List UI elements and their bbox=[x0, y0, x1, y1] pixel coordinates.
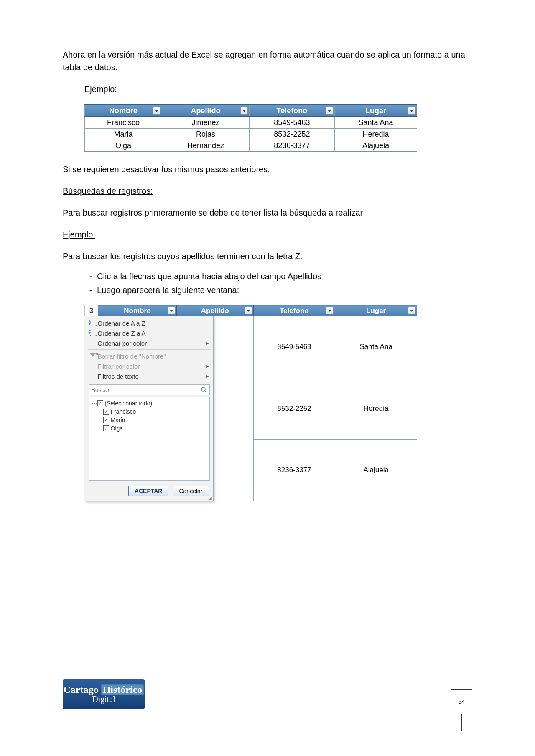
col-lugar-label: Lugar bbox=[366, 307, 386, 315]
cell: Heredia bbox=[335, 378, 417, 440]
col-nombre-label: Nombre bbox=[124, 307, 150, 315]
cell: 8236-3377 bbox=[249, 140, 334, 152]
cell: Rojas bbox=[162, 128, 250, 140]
col-nombre-header[interactable]: Nombre bbox=[85, 105, 162, 117]
dropdown-icon[interactable] bbox=[326, 307, 334, 314]
filter-search-input[interactable] bbox=[89, 384, 210, 395]
page-number: 54 bbox=[458, 698, 465, 705]
dropdown-icon[interactable] bbox=[408, 307, 415, 314]
cell: 8532-2252 bbox=[249, 128, 334, 140]
logo-word-historico: Histórico bbox=[101, 684, 144, 695]
cell: 8549-5463 bbox=[253, 316, 335, 378]
cell: 8236-3377 bbox=[253, 440, 335, 501]
data-table-1: Nombre Apellido Telefono Lugar bbox=[84, 104, 417, 152]
dash-bullet: - bbox=[84, 272, 97, 281]
sort-za-icon: ZA↓ bbox=[89, 330, 98, 337]
col-apellido-label: Apellido bbox=[201, 307, 229, 315]
ok-button[interactable]: ACEPTAR bbox=[128, 486, 169, 496]
heading-busquedas: Búsquedas de registros: bbox=[63, 185, 472, 197]
checkbox-item[interactable] bbox=[103, 425, 109, 431]
resize-grip-icon[interactable]: ◢ bbox=[208, 496, 212, 500]
sort-by-color-label: Ordenar por color bbox=[98, 340, 147, 347]
dropdown-icon[interactable] bbox=[326, 107, 333, 115]
paragraph-deactivate: Si se requieren desactivar los mismos pa… bbox=[63, 163, 472, 176]
sort-ascending[interactable]: AZ↓ Ordenar de A a Z bbox=[85, 318, 213, 328]
intro-paragraph: Ahora en la versión más actual de Excel … bbox=[63, 48, 472, 74]
cell: Hernandez bbox=[162, 140, 250, 152]
dropdown-icon[interactable] bbox=[240, 107, 248, 115]
search-icon bbox=[201, 387, 207, 393]
row-number[interactable]: 3 bbox=[85, 305, 98, 316]
text-filters[interactable]: Filtros de texto bbox=[85, 371, 213, 381]
col-lugar-label: Lugar bbox=[365, 107, 386, 115]
dropdown-icon[interactable] bbox=[408, 107, 415, 115]
col-telefono-header[interactable]: Telefono bbox=[253, 305, 335, 316]
table-row: Francisco Jimenez 8549-5463 Santa Ana bbox=[85, 117, 417, 128]
col-apellido-label: Apellido bbox=[191, 107, 221, 115]
cell: Heredia bbox=[334, 128, 417, 140]
dropdown-icon[interactable] bbox=[245, 307, 252, 314]
step-1: Clic a la flechas que apunta hacia abajo… bbox=[97, 272, 321, 281]
example2-label: Ejemplo: bbox=[63, 228, 472, 241]
cell: Maria bbox=[85, 128, 162, 140]
cell: 8549-5463 bbox=[249, 117, 334, 128]
col-apellido-header[interactable]: Apellido bbox=[177, 305, 253, 316]
table-row: Maria Rojas 8532-2252 Heredia bbox=[85, 128, 417, 140]
logo-word-cartago: Cartago bbox=[64, 684, 99, 695]
col-lugar-header[interactable]: Lugar bbox=[335, 305, 417, 316]
sort-descending[interactable]: ZA↓ Ordenar de Z a A bbox=[85, 328, 213, 338]
steps-list: - Clic a la flechas que apunta hacia aba… bbox=[84, 272, 472, 295]
cancel-button[interactable]: Cancelar bbox=[173, 486, 209, 496]
cell: Alajuela bbox=[335, 440, 417, 501]
col-telefono-label: Telefono bbox=[280, 307, 309, 315]
check-item-label: Francisco bbox=[111, 408, 136, 415]
check-item-label: Maria bbox=[111, 417, 125, 423]
footer-logo: Cartago Histórico Digital bbox=[63, 679, 145, 709]
step-2: Luego aparecerá la siguiente ventana: bbox=[97, 285, 239, 295]
paragraph-search-z: Para buscar los registros cuyos apellido… bbox=[63, 250, 472, 262]
text-filters-label: Filtros de texto bbox=[98, 373, 139, 380]
sort-by-color[interactable]: Ordenar por color bbox=[85, 338, 213, 348]
filter-by-color: Filtrar por color bbox=[85, 361, 213, 371]
logo-word-digital: Digital bbox=[92, 695, 115, 704]
sort-descending-label: Ordenar de Z a A bbox=[98, 330, 146, 337]
clear-filter: Borrar filtro de "Nombre" bbox=[85, 351, 213, 361]
col-nombre-label: Nombre bbox=[109, 107, 138, 115]
cell: Santa Ana bbox=[335, 316, 417, 378]
paragraph-search: Para buscar registros primeramente se de… bbox=[63, 206, 472, 219]
tree-line-icon: · bbox=[97, 425, 102, 432]
cell: Santa Ana bbox=[334, 117, 417, 128]
page-number-tail bbox=[461, 714, 462, 731]
col-nombre-header[interactable]: Nombre bbox=[98, 305, 176, 316]
cell: 8532-2252 bbox=[253, 378, 335, 440]
checkbox-item[interactable] bbox=[103, 417, 109, 423]
cell: Olga bbox=[85, 140, 162, 152]
data-table-2: 3 Nombre Apellido Telefono Lugar bbox=[84, 305, 417, 501]
tree-line-icon: · bbox=[97, 408, 102, 415]
cell: Alajuela bbox=[334, 140, 417, 152]
col-lugar-header[interactable]: Lugar bbox=[334, 105, 417, 117]
filter-screenshot: 3 Nombre Apellido Telefono Lugar bbox=[84, 305, 472, 501]
checkbox-all[interactable] bbox=[97, 400, 103, 406]
tree-line-icon: · bbox=[97, 417, 102, 423]
filter-by-color-label: Filtrar por color bbox=[98, 363, 140, 370]
autofilter-dropdown: AZ↓ Ordenar de A a Z ZA↓ Ordenar de Z a … bbox=[85, 316, 214, 501]
tree-toggle-icon[interactable]: ⋯ bbox=[92, 400, 96, 407]
page-number-box: 54 bbox=[451, 689, 472, 714]
checkbox-item[interactable] bbox=[103, 409, 109, 415]
sort-az-icon: AZ↓ bbox=[89, 320, 98, 327]
sort-ascending-label: Ordenar de A a Z bbox=[98, 320, 145, 327]
cell: Jimenez bbox=[162, 117, 250, 128]
col-telefono-label: Telefono bbox=[277, 107, 308, 115]
filter-checklist[interactable]: ⋯ (Seleccionar todo) · Francisco bbox=[89, 397, 210, 481]
dash-bullet: - bbox=[84, 285, 97, 295]
dropdown-icon[interactable] bbox=[168, 307, 175, 314]
clear-filter-label: Borrar filtro de "Nombre" bbox=[98, 353, 166, 360]
svg-line-1 bbox=[205, 391, 206, 392]
col-apellido-header[interactable]: Apellido bbox=[162, 105, 250, 117]
dropdown-icon[interactable] bbox=[153, 107, 160, 115]
col-telefono-header[interactable]: Telefono bbox=[249, 105, 334, 117]
check-all-label: (Seleccionar todo) bbox=[105, 400, 153, 407]
table-row: Olga Hernandez 8236-3377 Alajuela bbox=[85, 140, 417, 152]
svg-point-0 bbox=[201, 387, 205, 391]
